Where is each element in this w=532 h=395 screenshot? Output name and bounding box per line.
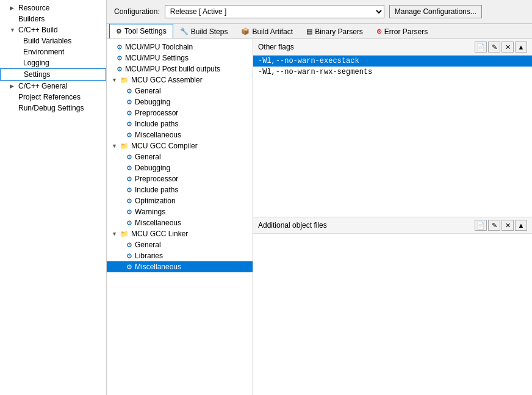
toolchain-icon: ⚙ (117, 43, 123, 51)
general-icon: ⚙ (126, 153, 132, 161)
additional-objects-list (253, 234, 532, 395)
sidebar-item-run-debug[interactable]: Run/Debug Settings (0, 103, 106, 114)
tree-item-asm-general[interactable]: ⚙ General (107, 85, 253, 96)
lib-icon: ⚙ (126, 252, 132, 260)
additional-objects-buttons: 📄 ✎ ✕ ▲ (475, 220, 527, 231)
arrow-icon: ▼ (10, 27, 16, 33)
move-up-object-button[interactable]: ▲ (515, 220, 527, 231)
tree-item-cc-include[interactable]: ⚙ Include paths (107, 184, 253, 195)
folder-icon: 📁 (120, 142, 129, 150)
add-flag-button[interactable]: 📄 (475, 42, 487, 53)
tree-item-cc-misc[interactable]: ⚙ Miscellaneous (107, 217, 253, 228)
other-flags-list: -Wl,--no-warn-execstack -Wl,--no-warn-rw… (253, 56, 532, 217)
edit-object-button[interactable]: ✎ (488, 220, 500, 231)
delete-object-button[interactable]: ✕ (501, 220, 514, 231)
spacer (15, 60, 21, 66)
artifact-icon: 📦 (241, 27, 250, 35)
tree-item-ld-general[interactable]: ⚙ General (107, 239, 253, 250)
error-icon: ⊗ (376, 27, 382, 35)
add-object-button[interactable]: 📄 (475, 220, 487, 231)
misc-icon: ⚙ (126, 263, 132, 271)
tree-item-asm-misc[interactable]: ⚙ Miscellaneous (107, 129, 253, 140)
spacer (15, 49, 21, 55)
main-panel: Configuration: Release [ Active ] Manage… (107, 0, 532, 395)
tree-item-linker[interactable]: ▼ 📁 MCU GCC Linker (107, 228, 253, 239)
binary-icon: ▤ (306, 27, 312, 35)
include-icon: ⚙ (126, 186, 132, 194)
tab-error-parsers[interactable]: ⊗ Error Parsers (370, 24, 434, 38)
sidebar-item-builders[interactable]: Builders (0, 13, 106, 24)
right-panel: Other flags 📄 ✎ ✕ ▲ (253, 39, 532, 395)
arrow-icon: ▶ (10, 83, 16, 89)
sidebar: ▶ Resource Builders ▼ C/C++ Build Build … (0, 0, 107, 395)
tree-item-asm-include[interactable]: ⚙ Include paths (107, 118, 253, 129)
manage-configurations-button[interactable]: Manage Configurations... (389, 5, 482, 18)
additional-objects-section: Additional object files 📄 ✎ ✕ ▲ (253, 217, 532, 395)
tree-item-assembler[interactable]: ▼ 📁 MCU GCC Assembler (107, 74, 253, 85)
tab-build-artifact[interactable]: 📦 Build Artifact (234, 24, 300, 38)
tree-item-ld-misc[interactable]: ⚙ Miscellaneous (107, 261, 253, 272)
flag-item-1[interactable]: -Wl,--no-warn-execstack (253, 56, 532, 67)
sidebar-item-environment[interactable]: Environment (0, 46, 106, 57)
sidebar-item-logging[interactable]: Logging (0, 57, 106, 68)
edit-icon: ✎ (492, 43, 497, 51)
flag-item-2[interactable]: -Wl,--no-warn-rwx-segments (253, 67, 532, 78)
tree-item-cc-optimization[interactable]: ⚙ Optimization (107, 195, 253, 206)
tree-item-cc-preprocessor[interactable]: ⚙ Preprocessor (107, 173, 253, 184)
config-label: Configuration: (114, 7, 160, 16)
tree-item-mcu-settings[interactable]: ⚙ MCU/MPU Settings (107, 53, 253, 63)
sidebar-item-resource[interactable]: ▶ Resource (0, 2, 106, 13)
additional-objects-title: Additional object files (258, 221, 327, 230)
tree-item-cc-warnings[interactable]: ⚙ Warnings (107, 206, 253, 217)
arrow-icon: ▼ (112, 77, 118, 83)
delete-icon: ✕ (505, 43, 511, 51)
delete-flag-button[interactable]: ✕ (501, 42, 514, 53)
add-icon: 📄 (476, 43, 485, 51)
wrench-icon: 🔧 (180, 27, 189, 35)
tab-bar: ⚙ Tool Settings 🔧 Build Steps 📦 Build Ar… (107, 24, 532, 39)
sidebar-item-cpp-build[interactable]: ▼ C/C++ Build (0, 24, 106, 35)
folder-icon: 📁 (120, 230, 129, 238)
move-up-flag-button[interactable]: ▲ (515, 42, 527, 53)
arrow-icon (10, 16, 16, 22)
tab-binary-parsers[interactable]: ▤ Binary Parsers (300, 24, 370, 38)
tree-item-ld-libraries[interactable]: ⚙ Libraries (107, 250, 253, 261)
tree-item-asm-debugging[interactable]: ⚙ Debugging (107, 96, 253, 107)
warn-icon: ⚙ (126, 208, 132, 216)
other-flags-header: Other flags 📄 ✎ ✕ ▲ (253, 39, 532, 56)
config-select[interactable]: Release [ Active ] (165, 5, 384, 18)
top-bar: Configuration: Release [ Active ] Manage… (107, 0, 532, 24)
general-icon: ⚙ (126, 87, 132, 95)
preproc-icon: ⚙ (126, 175, 132, 183)
spacer (10, 105, 16, 111)
sidebar-item-settings[interactable]: Settings (0, 68, 106, 81)
preproc-icon: ⚙ (126, 109, 132, 117)
gear-icon: ⚙ (116, 27, 122, 35)
tree-item-toolchain[interactable]: ⚙ MCU/MPU Toolchain (107, 42, 253, 53)
tree-item-cc-debugging[interactable]: ⚙ Debugging (107, 162, 253, 173)
other-flags-section: Other flags 📄 ✎ ✕ ▲ (253, 39, 532, 217)
folder-icon: 📁 (120, 76, 129, 84)
edit-flag-button[interactable]: ✎ (488, 42, 500, 53)
settings-icon: ⚙ (117, 54, 123, 62)
tree-item-asm-preprocessor[interactable]: ⚙ Preprocessor (107, 107, 253, 118)
include-icon: ⚙ (126, 120, 132, 128)
tree-item-cc-general[interactable]: ⚙ General (107, 151, 253, 162)
sidebar-item-build-variables[interactable]: Build Variables (0, 35, 106, 46)
sidebar-item-project-references[interactable]: Project References (0, 92, 106, 103)
tab-build-steps[interactable]: 🔧 Build Steps (173, 24, 235, 38)
sidebar-item-cpp-general[interactable]: ▶ C/C++ General (0, 81, 106, 92)
arrow-icon: ▶ (10, 5, 16, 11)
tree-item-mcu-post[interactable]: ⚙ MCU/MPU Post build outputs (107, 63, 253, 74)
tree-item-compiler[interactable]: ▼ 📁 MCU GCC Compiler (107, 140, 253, 151)
other-flags-title: Other flags (258, 43, 294, 51)
tab-tool-settings[interactable]: ⚙ Tool Settings (109, 24, 173, 38)
misc-icon: ⚙ (126, 219, 132, 227)
post-icon: ⚙ (117, 65, 123, 73)
debug-icon: ⚙ (126, 164, 132, 172)
general-icon: ⚙ (126, 241, 132, 249)
additional-objects-header: Additional object files 📄 ✎ ✕ ▲ (253, 217, 532, 234)
debug-icon: ⚙ (126, 98, 132, 106)
add-icon: 📄 (476, 222, 485, 230)
spacer (15, 71, 21, 78)
